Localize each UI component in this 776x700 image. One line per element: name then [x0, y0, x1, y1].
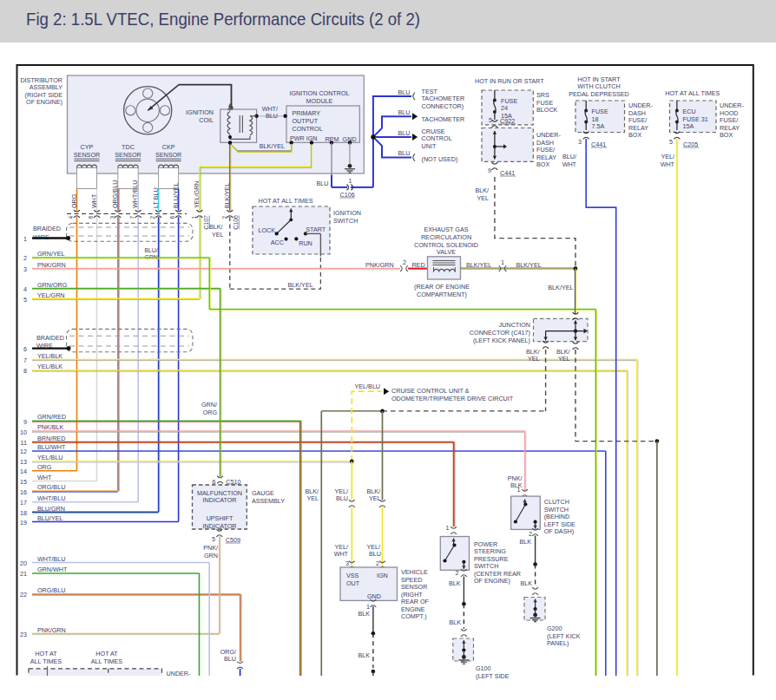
- svg-text:WHT: WHT: [562, 160, 577, 168]
- svg-text:LT BLU: LT BLU: [152, 187, 160, 208]
- svg-text:PANEL): PANEL): [547, 639, 569, 647]
- svg-text:WHT: WHT: [90, 193, 98, 208]
- svg-text:WIRE: WIRE: [33, 233, 49, 241]
- svg-text:YEL/GRN: YEL/GRN: [37, 291, 65, 299]
- svg-text:BLK/YEL: BLK/YEL: [548, 284, 573, 291]
- svg-text:16: 16: [20, 488, 27, 496]
- svg-text:GRN/YEL: GRN/YEL: [37, 250, 65, 258]
- svg-text:COMPARTMENT): COMPARTMENT): [417, 291, 467, 298]
- svg-text:C107: C107: [203, 215, 209, 230]
- svg-text:VALVE: VALVE: [437, 248, 456, 256]
- svg-text:BLK: BLK: [449, 618, 461, 626]
- svg-text:2: 2: [403, 258, 406, 266]
- svg-text:ORG: ORG: [203, 409, 218, 416]
- svg-text:LOCK: LOCK: [258, 226, 275, 234]
- svg-text:C106: C106: [340, 191, 355, 199]
- svg-text:WHT/BLU: WHT/BLU: [37, 494, 65, 502]
- svg-text:BLU/GRN: BLU/GRN: [37, 505, 65, 513]
- svg-text:22: 22: [20, 591, 27, 599]
- svg-text:BRN/RED: BRN/RED: [37, 435, 65, 442]
- svg-text:5: 5: [212, 535, 215, 543]
- svg-text:C106: C106: [233, 215, 239, 230]
- svg-text:ORG: ORG: [37, 463, 52, 471]
- svg-text:OF ENGINE): OF ENGINE): [474, 577, 510, 585]
- svg-text:GRN/ORG: GRN/ORG: [37, 281, 68, 289]
- svg-text:INDICATOR: INDICATOR: [203, 522, 237, 530]
- svg-text:1: 1: [191, 216, 197, 219]
- svg-text:21: 21: [20, 570, 27, 578]
- svg-text:CRUISE CONTROL UNIT &: CRUISE CONTROL UNIT &: [391, 387, 470, 395]
- svg-text:IGNITION: IGNITION: [186, 108, 214, 116]
- svg-text:PNK/GRN: PNK/GRN: [365, 261, 394, 269]
- svg-text:GRN: GRN: [204, 552, 218, 559]
- svg-text:BLK/: BLK/: [209, 223, 223, 231]
- svg-text:4: 4: [23, 285, 27, 293]
- svg-text:VSS: VSS: [346, 572, 359, 579]
- svg-text:BOX: BOX: [720, 131, 733, 139]
- svg-text:ORG/BLU: ORG/BLU: [37, 586, 65, 594]
- svg-text:YEL/BLK: YEL/BLK: [37, 352, 62, 360]
- svg-text:C922: C922: [500, 117, 515, 125]
- svg-text:17: 17: [20, 499, 27, 507]
- svg-text:BLU: BLU: [369, 550, 381, 558]
- svg-text:ORG/BLU: ORG/BLU: [111, 180, 119, 208]
- svg-text:2: 2: [456, 569, 459, 577]
- svg-text:BRAIDED: BRAIDED: [33, 225, 61, 232]
- svg-text:9: 9: [23, 418, 27, 426]
- svg-text:C510: C510: [226, 478, 240, 486]
- svg-text:18: 18: [20, 509, 27, 517]
- svg-text:INDICATOR: INDICATOR: [203, 496, 237, 504]
- svg-text:BLU: BLU: [398, 88, 411, 96]
- svg-text:(REAR OF ENGINE: (REAR OF ENGINE: [414, 283, 470, 291]
- svg-text:3: 3: [578, 138, 582, 146]
- svg-text:YEL/BLU: YEL/BLU: [355, 383, 381, 390]
- svg-text:WHT: WHT: [37, 474, 52, 481]
- svg-text:C441: C441: [591, 141, 606, 148]
- svg-text:2: 2: [149, 216, 155, 219]
- svg-text:ORG: ORG: [70, 193, 78, 208]
- svg-text:GAUGE: GAUGE: [252, 489, 274, 497]
- svg-text:CONNECTOR (C417): CONNECTOR (C417): [470, 329, 530, 337]
- svg-text:MODULE: MODULE: [306, 97, 333, 105]
- svg-text:2: 2: [529, 530, 532, 538]
- svg-text:WHT/BLU: WHT/BLU: [131, 180, 139, 208]
- svg-text:C509: C509: [226, 536, 240, 544]
- svg-text:BOX: BOX: [536, 160, 549, 168]
- svg-text:ALL TIMES: ALL TIMES: [30, 657, 62, 665]
- svg-text:RED: RED: [411, 261, 424, 269]
- svg-text:ORG/BLU: ORG/BLU: [37, 483, 65, 491]
- svg-text:BLU: BLU: [317, 180, 329, 187]
- svg-text:BLK/YEL: BLK/YEL: [466, 261, 491, 269]
- svg-text:1: 1: [517, 486, 521, 494]
- svg-text:20: 20: [20, 559, 27, 567]
- svg-text:UNDER-: UNDER-: [167, 670, 192, 677]
- svg-text:IGN: IGN: [377, 572, 388, 579]
- svg-text:6: 6: [169, 216, 175, 219]
- svg-text:CONNECTOR): CONNECTOR): [422, 102, 464, 110]
- svg-text:ALL TIMES: ALL TIMES: [91, 657, 123, 665]
- svg-text:PNK/BLK: PNK/BLK: [37, 423, 64, 431]
- svg-text:YEL/BLU: YEL/BLU: [37, 454, 63, 461]
- svg-text:1: 1: [446, 524, 450, 532]
- svg-text:5: 5: [489, 116, 492, 124]
- svg-text:BLK/YEL: BLK/YEL: [260, 142, 285, 150]
- svg-text:14: 14: [20, 468, 27, 475]
- svg-text:13: 13: [20, 458, 27, 466]
- svg-text:11: 11: [21, 439, 27, 447]
- svg-text:YEL: YEL: [306, 494, 319, 502]
- svg-text:CONTROL: CONTROL: [293, 125, 323, 133]
- svg-text:BLK: BLK: [358, 651, 371, 659]
- svg-text:UNIT: UNIT: [422, 142, 437, 150]
- svg-text:BLK: BLK: [358, 610, 371, 618]
- svg-text:BLK: BLK: [519, 538, 531, 546]
- svg-text:BLK: BLK: [449, 579, 461, 587]
- svg-text:YEL: YEL: [369, 494, 381, 502]
- svg-text:BLK: BLK: [520, 579, 532, 587]
- svg-text:2: 2: [376, 559, 379, 567]
- svg-text:GND: GND: [367, 592, 381, 600]
- svg-text:SENSOR: SENSOR: [155, 151, 181, 159]
- svg-text:GRN/RED: GRN/RED: [37, 413, 66, 421]
- svg-text:BLU/YEL: BLU/YEL: [37, 514, 63, 522]
- svg-text:SWITCH: SWITCH: [333, 217, 358, 225]
- svg-text:(LEFT KICK PANEL): (LEFT KICK PANEL): [473, 337, 530, 344]
